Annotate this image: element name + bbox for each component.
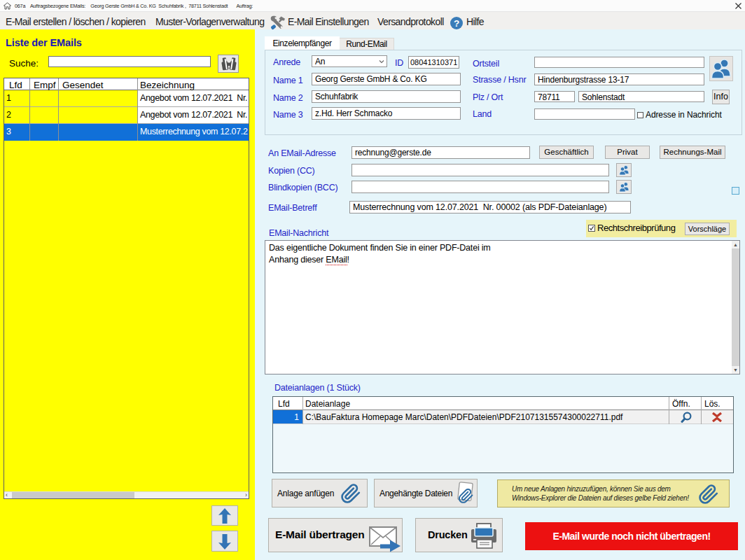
svg-text:?: ? (454, 18, 459, 29)
